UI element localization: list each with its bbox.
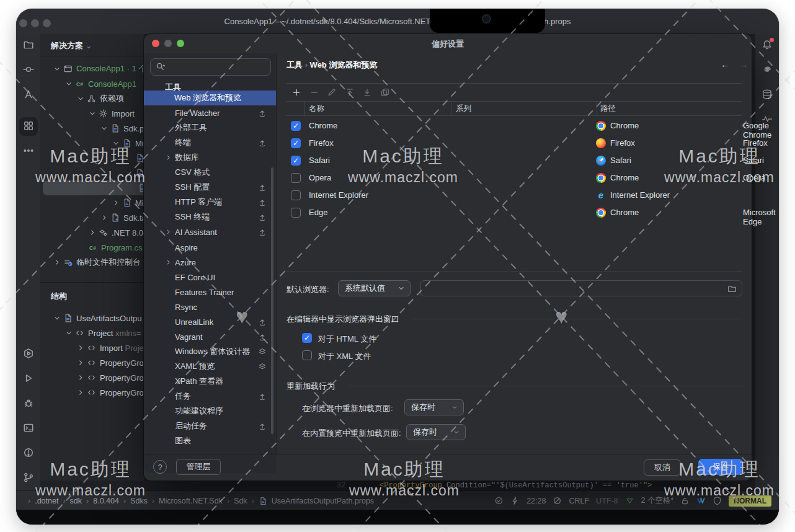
manage-layers-button[interactable]: 管理层 [176, 459, 221, 475]
run-icon[interactable] [23, 373, 34, 384]
folder-icon[interactable] [23, 39, 34, 50]
close-window-button[interactable] [19, 19, 27, 27]
zoom-window-button[interactable] [43, 19, 51, 27]
solution-panel-header[interactable]: 解决方案 ⌄ [51, 40, 92, 51]
browser-table-row[interactable]: Internet Explorer e Internet Explorer [286, 187, 742, 204]
option-checkbox[interactable]: ✓ [302, 333, 312, 343]
pencil-toolbar-icon[interactable] [327, 87, 337, 97]
tree-row[interactable]: C#Program.cs [40, 240, 144, 255]
no-preview-icon[interactable] [553, 496, 562, 505]
breadcrumb-parent[interactable]: 工具 [286, 60, 303, 69]
tree-row[interactable]: Sdk.ta [40, 210, 144, 225]
settings-tree-item[interactable]: Windows 窗体设计器 [144, 344, 275, 359]
browser-table-row[interactable]: Opera Chrome Opera [286, 169, 742, 187]
terminal-icon[interactable] [23, 422, 34, 433]
v-mark-icon[interactable] [696, 496, 706, 505]
reload-select[interactable]: 保存时 [406, 424, 466, 440]
breadcrumb-item[interactable]: Sdks [130, 497, 148, 505]
settings-tree-item[interactable]: XPath 查看器 [144, 374, 275, 389]
settings-tree-item[interactable]: 功能建议程序 [144, 404, 275, 419]
folder-icon[interactable] [727, 284, 737, 293]
tree-row[interactable]: Mi [40, 195, 144, 210]
zap-icon[interactable] [510, 496, 520, 505]
reload-select[interactable]: 保存时 [404, 399, 464, 415]
save-button[interactable]: 保存 [698, 459, 743, 475]
settings-tree-item[interactable]: 图表 [144, 433, 275, 448]
more-dots-icon[interactable] [23, 145, 34, 156]
browser-enabled-checkbox[interactable]: ✓ [291, 121, 301, 131]
tree-row[interactable] [40, 166, 144, 180]
settings-tree-item[interactable]: HTTP 客户端 [144, 195, 275, 210]
browser-table-row[interactable]: ✓ Chrome Chrome Google Chrome [286, 117, 742, 135]
settings-tree-item[interactable]: File Watcher [144, 105, 275, 120]
tree-row[interactable]: Import [40, 106, 144, 121]
tree-row[interactable]: Sdk.p [40, 121, 144, 136]
settings-tree-item[interactable]: 外部工具 [144, 120, 275, 135]
column-header-family[interactable]: 系列 [456, 104, 471, 114]
settings-tree-item[interactable]: EF Core UI [144, 270, 275, 285]
tree-row[interactable] [40, 151, 144, 166]
settings-tree-item[interactable]: SSH 配置 [144, 180, 275, 195]
settings-tree-item[interactable]: Vagrant [144, 329, 275, 344]
tree-row[interactable] [43, 180, 144, 195]
breadcrumb-item[interactable]: 8.0.404 [93, 497, 119, 505]
settings-tree-item[interactable]: XAML 预览 [144, 359, 275, 374]
minus-toolbar-icon[interactable] [309, 87, 319, 97]
column-header-path[interactable]: 路径 [600, 104, 616, 114]
back-arrow-icon[interactable]: ← [721, 60, 729, 69]
problems-icon[interactable] [23, 447, 34, 458]
settings-tree-item[interactable]: 启动任务 [144, 419, 275, 433]
default-browser-select[interactable]: 系统默认值 [338, 280, 411, 296]
shield-icon[interactable] [713, 496, 722, 505]
tree-row[interactable]: UseArtifactsOutpu [40, 311, 144, 326]
encoding-widget[interactable]: UTF-8 [596, 497, 618, 505]
ai-spiral-icon[interactable] [762, 64, 773, 75]
settings-tree-item[interactable]: Rsync [144, 299, 275, 314]
letter-a-icon[interactable] [23, 89, 34, 100]
notifications-bell-icon[interactable] [762, 39, 773, 50]
settings-tree-item[interactable]: 终端 [144, 135, 275, 150]
settings-tree-item[interactable]: AI Assistant [144, 224, 275, 239]
check-circle-icon[interactable] [494, 496, 504, 505]
tree-row[interactable]: PropertyGro [40, 385, 144, 400]
arrow-down-line-toolbar-icon[interactable] [362, 87, 372, 97]
browser-enabled-checkbox[interactable]: ✓ [291, 138, 301, 148]
structure-panel-header[interactable]: 结构 [51, 291, 67, 302]
plus-toolbar-icon[interactable] [291, 87, 301, 97]
line-ending-widget[interactable]: CRLF [569, 497, 589, 505]
clock-widget[interactable]: 22:28 [526, 497, 546, 505]
browser-table-row[interactable]: ✓ Safari Safari Safari [286, 152, 742, 169]
forward-arrow-icon[interactable]: → [739, 60, 748, 69]
grid-icon[interactable] [23, 120, 34, 131]
cancel-button[interactable]: 取消 [644, 459, 681, 476]
settings-tree-item[interactable]: SSH 终端 [144, 210, 275, 224]
tree-row[interactable]: C#ConsoleApp1 [40, 76, 144, 91]
debug-bug-icon[interactable] [23, 397, 34, 409]
commit-icon[interactable] [23, 64, 34, 75]
browser-enabled-checkbox[interactable] [291, 208, 301, 218]
settings-search-input[interactable] [150, 58, 271, 76]
database-icon[interactable] [762, 89, 773, 100]
settings-tree-item[interactable]: 数据库 [144, 150, 275, 165]
status-breadcrumbs[interactable]: ›.dotnet›sdk›8.0.404›Sdks›Microsoft.NET.… [28, 491, 374, 510]
settings-tree-scrollbar[interactable] [271, 167, 273, 434]
arrow-up-line-toolbar-icon[interactable] [345, 87, 355, 97]
indent-widget[interactable]: 2 个空格* [641, 495, 674, 506]
tree-row[interactable]: 临时文件和控制台 [40, 255, 144, 270]
triangle-down-icon[interactable] [625, 496, 634, 505]
browser-enabled-checkbox[interactable]: ✓ [291, 156, 301, 166]
breadcrumb-item[interactable]: UseArtifactsOutputPath.props [272, 497, 374, 505]
copy-toolbar-icon[interactable] [380, 87, 390, 97]
browser-table-row[interactable]: ✓ Firefox Firefox Firefox [286, 135, 742, 152]
tree-row[interactable]: PropertyGro [40, 370, 144, 385]
browser-enabled-checkbox[interactable] [291, 190, 301, 200]
browser-enabled-checkbox[interactable] [291, 173, 301, 183]
column-header-name[interactable]: 名称 [309, 104, 324, 114]
hexagon-run-icon[interactable] [23, 348, 34, 359]
settings-tree-item[interactable]: UnrealLink [144, 314, 275, 329]
git-branch-icon[interactable] [23, 472, 34, 483]
breadcrumb-item[interactable]: Sdk [234, 497, 247, 505]
lock-open-icon[interactable] [680, 496, 690, 505]
settings-tree-item[interactable]: 任务 [144, 389, 275, 404]
tree-row[interactable]: .NET 8.0 [40, 225, 144, 240]
